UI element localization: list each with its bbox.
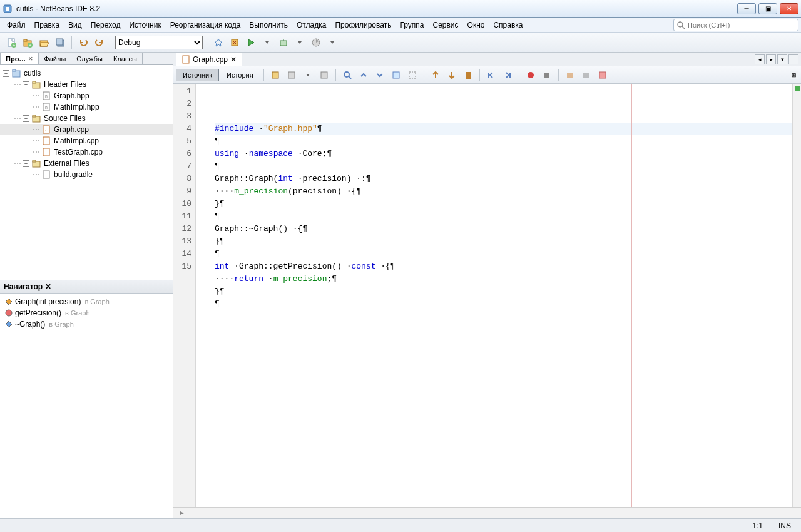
run-dropdown[interactable] — [260, 35, 275, 50]
menu-source[interactable]: Источник — [125, 19, 165, 31]
config-select[interactable]: Debug — [115, 36, 203, 49]
svg-rect-19 — [13, 69, 16, 71]
menu-refactor[interactable]: Реорганизация кода — [166, 19, 245, 31]
maximize-button[interactable]: ▣ — [758, 3, 777, 14]
twisty-icon[interactable]: − — [3, 70, 9, 77]
cpp-file-icon: c — [41, 125, 51, 135]
toggle-rect-select-button[interactable] — [405, 68, 420, 83]
search-input[interactable] — [688, 21, 795, 29]
tree-file[interactable]: ⋯TestGraph.cpp — [0, 146, 173, 158]
editor-split-button[interactable]: ⊞ — [790, 71, 798, 79]
macro-stop-button[interactable] — [539, 68, 554, 83]
svg-rect-1 — [6, 7, 9, 11]
twisty-icon[interactable]: − — [23, 81, 29, 88]
twisty-icon[interactable]: − — [23, 160, 29, 167]
find-next-button[interactable] — [372, 68, 387, 83]
tree-file[interactable]: ⋯hMathImpl.hpp — [0, 101, 173, 113]
svg-text:c: c — [46, 128, 48, 132]
tree-file[interactable]: ⋯MathImpl.cpp — [0, 135, 173, 146]
tab-projects[interactable]: Про…✕ — [0, 53, 39, 64]
tab-scroll-right[interactable]: ▸ — [766, 54, 776, 64]
uncomment-button[interactable] — [579, 68, 594, 83]
menu-view[interactable]: Вид — [64, 19, 86, 31]
toggle-highlight-button[interactable] — [389, 68, 404, 83]
prev-bookmark-button[interactable] — [428, 68, 443, 83]
tab-maximize-button[interactable]: □ — [788, 54, 798, 64]
navigator-list[interactable]: Graph(int precision) в GraphgetPrecision… — [0, 294, 173, 518]
editor-tool-icon[interactable] — [268, 68, 283, 83]
menu-file[interactable]: Файл — [3, 19, 30, 31]
menu-window[interactable]: Окно — [463, 19, 489, 31]
run-button[interactable] — [243, 35, 258, 50]
goto-header-button[interactable] — [595, 68, 610, 83]
tab-services[interactable]: Службы — [71, 53, 108, 64]
toggle-bookmark-button[interactable] — [461, 68, 476, 83]
shift-left-button[interactable] — [484, 68, 499, 83]
close-icon[interactable]: ✕ — [45, 282, 51, 291]
tree-folder-source[interactable]: ⋯ − Source Files — [0, 113, 173, 124]
close-icon[interactable]: ✕ — [28, 56, 33, 62]
editor-tool-icon[interactable] — [317, 68, 332, 83]
tab-scroll-left[interactable]: ◂ — [755, 54, 765, 64]
navigator-item[interactable]: getPrecision() в Graph — [0, 307, 173, 319]
debug-button[interactable] — [276, 35, 291, 50]
undo-button[interactable] — [76, 35, 91, 50]
menu-help[interactable]: Справка — [489, 19, 527, 31]
comment-button[interactable] — [563, 68, 578, 83]
tree-folder-external[interactable]: ⋯ − External Files — [0, 158, 173, 169]
build-button[interactable] — [211, 35, 226, 50]
tab-list-button[interactable]: ▾ — [777, 54, 787, 64]
save-all-button[interactable] — [53, 35, 68, 50]
editor-tool-dropdown[interactable] — [300, 68, 315, 83]
tree-file-selected[interactable]: ⋯cGraph.cpp — [0, 124, 173, 135]
code-area[interactable]: #include ·"Graph.hpp"¶¶using ·namespace … — [196, 84, 792, 507]
clean-build-button[interactable] — [227, 35, 242, 50]
projects-panel: Про…✕ Файлы Службы Классы − cutils ⋯ − H… — [0, 53, 173, 280]
project-tree[interactable]: − cutils ⋯ − Header Files ⋯hGraph.hpp ⋯h… — [0, 65, 173, 280]
shift-right-button[interactable] — [500, 68, 515, 83]
profile-dropdown[interactable] — [325, 35, 340, 50]
find-prev-button[interactable] — [356, 68, 371, 83]
close-button[interactable]: ✕ — [780, 3, 798, 14]
editor-breadcrumb[interactable] — [173, 507, 801, 518]
open-button[interactable] — [36, 35, 51, 50]
menu-team[interactable]: Группа — [395, 19, 428, 31]
menu-run[interactable]: Выполнить — [245, 19, 292, 31]
menu-navigate[interactable]: Переход — [86, 19, 125, 31]
menu-tools[interactable]: Сервис — [428, 19, 462, 31]
minimize-button[interactable]: ─ — [737, 3, 756, 14]
tree-file[interactable]: ⋯build.gradle — [0, 169, 173, 180]
view-history-button[interactable]: История — [220, 69, 260, 81]
redo-button[interactable] — [92, 35, 107, 50]
status-ins-mode: INS — [773, 521, 791, 530]
new-project-button[interactable]: + — [20, 35, 35, 50]
tree-project-root[interactable]: − cutils — [0, 68, 173, 79]
menu-profile[interactable]: Профилировать — [330, 19, 395, 31]
menu-edit[interactable]: Правка — [30, 19, 64, 31]
svg-rect-44 — [466, 72, 471, 79]
error-strip[interactable] — [792, 84, 801, 507]
menu-debug[interactable]: Отладка — [292, 19, 330, 31]
code-editor[interactable]: 123456789101112131415 #include ·"Graph.h… — [173, 84, 801, 507]
next-bookmark-button[interactable] — [444, 68, 459, 83]
line-gutter[interactable]: 123456789101112131415 — [173, 84, 196, 507]
twisty-icon[interactable]: − — [23, 115, 29, 122]
new-file-button[interactable]: + — [4, 35, 19, 50]
navigator-item[interactable]: ~Graph() в Graph — [0, 319, 173, 330]
search-box[interactable] — [673, 19, 798, 31]
app-icon — [3, 4, 13, 14]
svg-rect-13 — [56, 39, 63, 45]
close-icon[interactable]: ✕ — [230, 55, 237, 64]
editor-tool-icon[interactable] — [284, 68, 299, 83]
debug-dropdown[interactable] — [292, 35, 307, 50]
editor-tab-active[interactable]: Graph.cpp ✕ — [176, 53, 242, 66]
tab-files[interactable]: Файлы — [38, 53, 71, 64]
tab-classes[interactable]: Классы — [108, 53, 143, 64]
tree-folder-header[interactable]: ⋯ − Header Files — [0, 79, 173, 90]
view-source-button[interactable]: Источник — [176, 69, 219, 81]
tree-file[interactable]: ⋯hGraph.hpp — [0, 90, 173, 101]
navigator-item[interactable]: Graph(int precision) в Graph — [0, 296, 173, 307]
find-button[interactable] — [340, 68, 355, 83]
macro-record-button[interactable] — [523, 68, 538, 83]
profile-button[interactable] — [309, 35, 324, 50]
